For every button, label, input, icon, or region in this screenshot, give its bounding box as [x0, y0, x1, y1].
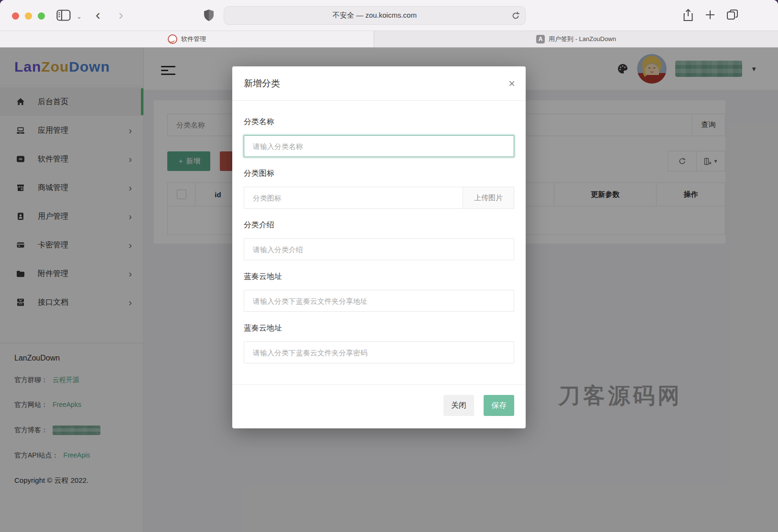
upload-image-button[interactable]: 上传图片	[463, 187, 514, 209]
close-icon[interactable]: ×	[508, 78, 515, 89]
modal-footer: 关闭 保存	[232, 384, 526, 426]
close-window-button[interactable]	[12, 12, 19, 20]
url-text: 不安全 — zou.koicms.com	[333, 11, 417, 20]
modal-close-button[interactable]: 关闭	[443, 395, 474, 416]
tab-bar: 软件管理 A 用户签到 - LanZouDown	[0, 31, 778, 48]
watermark-text: 刀客源码网	[558, 381, 682, 411]
field-lanzou-url: 蓝奏云地址	[244, 272, 514, 312]
lanzou-share-password-input[interactable]	[244, 341, 514, 363]
field-label: 分类名称	[244, 117, 514, 127]
field-category-name: 分类名称	[244, 117, 514, 157]
add-category-modal: 新增分类 × 分类名称 分类图标 上传图片 分类介绍	[232, 66, 526, 428]
share-icon[interactable]	[682, 9, 694, 22]
browser-window: ⌄ ‹ › 不安全 — zou.koicms.com 软件管理 A	[0, 0, 778, 532]
modal-save-button[interactable]: 保存	[484, 395, 514, 416]
modal-header: 新增分类 ×	[232, 66, 526, 101]
refresh-icon[interactable]	[511, 11, 520, 21]
tab-label: 软件管理	[181, 35, 206, 43]
tab-favicon-icon	[168, 34, 177, 44]
tab-software-management[interactable]: 软件管理	[0, 31, 374, 47]
field-label: 分类图标	[244, 169, 514, 179]
sidebar-dropdown-chevron-icon[interactable]: ⌄	[76, 13, 82, 20]
url-bar[interactable]: 不安全 — zou.koicms.com	[224, 6, 526, 25]
sidebar-toggle-icon[interactable]	[56, 10, 71, 21]
page-viewport: LanZouDown 后台首页 应用管理 ›	[0, 48, 778, 532]
field-label: 分类介绍	[244, 220, 514, 230]
traffic-lights	[12, 12, 45, 20]
browser-toolbar: ⌄ ‹ › 不安全 — zou.koicms.com	[0, 0, 778, 31]
forward-button[interactable]: ›	[119, 8, 123, 22]
tab-user-signin[interactable]: A 用户签到 - LanZouDown	[374, 31, 778, 47]
field-label: 蓝奏云地址	[244, 272, 514, 282]
field-category-intro: 分类介绍	[244, 220, 514, 260]
category-icon-input[interactable]	[244, 187, 463, 209]
minimize-window-button[interactable]	[25, 12, 32, 20]
privacy-shield-icon[interactable]	[203, 9, 215, 22]
tab-label: 用户签到 - LanZouDown	[549, 35, 616, 43]
zoom-window-button[interactable]	[38, 12, 45, 20]
tab-overview-icon[interactable]	[726, 9, 739, 21]
modal-body: 分类名称 分类图标 上传图片 分类介绍 蓝奏云地址	[232, 101, 526, 384]
lanzou-share-url-input[interactable]	[244, 290, 514, 312]
field-lanzou-password: 蓝奏云地址	[244, 323, 514, 363]
back-button[interactable]: ‹	[96, 8, 100, 22]
category-name-input[interactable]	[244, 135, 514, 157]
field-label: 蓝奏云地址	[244, 323, 514, 333]
field-category-icon: 分类图标 上传图片	[244, 169, 514, 209]
category-intro-input[interactable]	[244, 238, 514, 260]
new-tab-icon[interactable]	[704, 9, 716, 21]
modal-title: 新增分类	[244, 77, 280, 90]
tab-favicon-letter-icon: A	[536, 35, 545, 43]
